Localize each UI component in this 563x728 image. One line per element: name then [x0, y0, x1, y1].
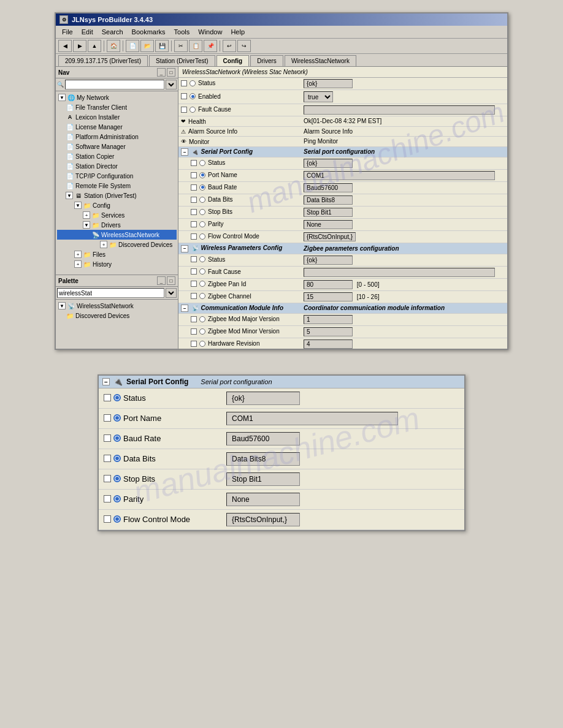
- enabled-select[interactable]: true false: [304, 91, 333, 102]
- nav-maximize-button[interactable]: □: [167, 68, 175, 77]
- nav-search-input[interactable]: [65, 80, 164, 89]
- tree-expand-discovered[interactable]: +: [100, 241, 107, 248]
- comm-expand-button[interactable]: −: [181, 305, 188, 312]
- row-radio[interactable]: [199, 268, 205, 275]
- row-radio[interactable]: [199, 341, 205, 347]
- row-checkbox[interactable]: [191, 328, 197, 335]
- row-radio[interactable]: [199, 256, 205, 262]
- tree-expand-services[interactable]: +: [83, 211, 90, 219]
- row-radio[interactable]: [199, 293, 205, 299]
- menu-bookmarks[interactable]: Bookmarks: [128, 27, 169, 37]
- row-radio[interactable]: [199, 160, 205, 166]
- row-radio[interactable]: [199, 209, 205, 215]
- menu-help[interactable]: Help: [227, 27, 248, 37]
- zoomed-row-radio[interactable]: [113, 495, 121, 502]
- row-checkbox[interactable]: [181, 80, 187, 86]
- row-checkbox[interactable]: [191, 184, 197, 191]
- tree-station-drivertest[interactable]: ▼ 🖥 Station (DriverTest): [57, 191, 177, 200]
- row-checkbox[interactable]: [191, 293, 197, 299]
- tree-expand-files[interactable]: +: [74, 251, 82, 258]
- row-checkbox[interactable]: [191, 233, 197, 240]
- row-radio[interactable]: [199, 233, 205, 240]
- open-button[interactable]: 📂: [140, 40, 154, 52]
- menu-file[interactable]: File: [58, 27, 77, 37]
- row-checkbox[interactable]: [191, 268, 197, 275]
- serial-expand-button[interactable]: −: [181, 148, 188, 156]
- tree-discovered[interactable]: + 📁 Discovered Devices: [57, 240, 177, 249]
- tree-license[interactable]: 📄 License Manager: [57, 122, 177, 132]
- up-button[interactable]: ▲: [88, 40, 101, 52]
- row-checkbox[interactable]: [191, 172, 197, 178]
- paste-button[interactable]: 📌: [204, 40, 217, 52]
- row-checkbox[interactable]: [191, 221, 197, 227]
- copy-button[interactable]: 📋: [189, 40, 202, 52]
- row-checkbox[interactable]: [181, 107, 187, 113]
- home-button[interactable]: 🏠: [107, 40, 120, 52]
- new-button[interactable]: 📄: [126, 40, 139, 52]
- zoomed-row-radio[interactable]: [113, 394, 121, 401]
- palette-discovered[interactable]: 📁 Discovered Devices: [57, 311, 177, 320]
- redo-button[interactable]: ↪: [237, 40, 251, 52]
- wireless-params-expand-button[interactable]: −: [181, 245, 188, 252]
- tree-services[interactable]: + 📁 Services: [57, 210, 177, 220]
- zoomed-row-checkbox[interactable]: [104, 475, 111, 482]
- zoomed-row-checkbox[interactable]: [104, 434, 111, 442]
- tree-expand-history[interactable]: +: [74, 260, 82, 268]
- row-radio[interactable]: [199, 281, 205, 287]
- zoomed-row-radio[interactable]: [113, 434, 121, 442]
- palette-wireless-network[interactable]: ▼ 📡 WirelessStatNetwork: [57, 301, 177, 311]
- nav-minimize-button[interactable]: _: [157, 68, 166, 77]
- back-button[interactable]: ◀: [58, 40, 72, 52]
- row-radio[interactable]: [199, 197, 205, 203]
- tree-expand-config[interactable]: ▼: [74, 202, 82, 209]
- tree-expand-my-network[interactable]: ▼: [58, 94, 66, 101]
- tree-tcpip[interactable]: 📄 TCP/IP Configuration: [57, 171, 177, 181]
- row-radio[interactable]: [190, 107, 196, 113]
- tree-expand-drivers[interactable]: ▼: [83, 221, 90, 229]
- tree-lexicon[interactable]: A Lexicon Installer: [57, 112, 177, 122]
- palette-minimize-button[interactable]: _: [157, 276, 166, 285]
- zoomed-expand-button[interactable]: −: [102, 378, 110, 385]
- palette-expand-wireless[interactable]: ▼: [58, 302, 66, 309]
- row-radio[interactable]: [190, 93, 196, 99]
- row-radio[interactable]: [190, 80, 196, 86]
- menu-window[interactable]: Window: [194, 27, 226, 37]
- undo-button[interactable]: ↩: [223, 40, 236, 52]
- zoomed-row-checkbox[interactable]: [104, 495, 111, 502]
- zoomed-row-radio[interactable]: [113, 515, 121, 523]
- tree-software[interactable]: 📄 Software Manager: [57, 142, 177, 151]
- row-checkbox[interactable]: [191, 197, 197, 203]
- save-button[interactable]: 💾: [155, 40, 169, 52]
- tree-config[interactable]: ▼ 📁 Config: [57, 200, 177, 210]
- palette-search-input[interactable]: [57, 288, 164, 298]
- row-checkbox[interactable]: [191, 281, 197, 287]
- row-radio[interactable]: [199, 172, 205, 178]
- tree-file-transfer[interactable]: 📄 File Transfer Client: [57, 102, 177, 112]
- cut-button[interactable]: ✂: [174, 40, 188, 52]
- row-radio[interactable]: [199, 221, 205, 227]
- menu-edit[interactable]: Edit: [78, 27, 97, 37]
- row-checkbox[interactable]: [191, 256, 197, 262]
- tree-drivers[interactable]: ▼ 📁 Drivers: [57, 220, 177, 230]
- zoomed-row-radio[interactable]: [113, 475, 121, 482]
- palette-type-dropdown[interactable]: ▼: [166, 288, 177, 298]
- row-radio[interactable]: [199, 184, 205, 191]
- tree-remote-fs[interactable]: 📄 Remote File System: [57, 181, 177, 191]
- tree-station-director[interactable]: 📄 Station Director: [57, 161, 177, 171]
- tab-config[interactable]: Config: [216, 55, 250, 66]
- tree-station-copier[interactable]: 📄 Station Copier: [57, 151, 177, 161]
- zoomed-row-checkbox[interactable]: [104, 455, 111, 462]
- tree-files[interactable]: + 📁 Files: [57, 249, 177, 259]
- nav-dropdown[interactable]: ▼: [166, 80, 177, 89]
- tree-history[interactable]: + 📁 History: [57, 259, 177, 269]
- forward-button[interactable]: ▶: [73, 40, 86, 52]
- tab-station-drivertest[interactable]: Station (DriverTest): [149, 55, 215, 66]
- row-checkbox[interactable]: [181, 93, 187, 99]
- row-radio[interactable]: [199, 328, 205, 335]
- row-checkbox[interactable]: [191, 341, 197, 347]
- row-radio[interactable]: [199, 316, 205, 322]
- tab-drivers[interactable]: Drivers: [250, 55, 283, 66]
- tab-drivertest-ip[interactable]: 209.99.137.175 (DriverTest): [58, 55, 148, 66]
- tab-wireless[interactable]: WirelessStacNetwork: [285, 55, 356, 66]
- tree-my-network[interactable]: ▼ 🌐 My Network: [57, 93, 177, 102]
